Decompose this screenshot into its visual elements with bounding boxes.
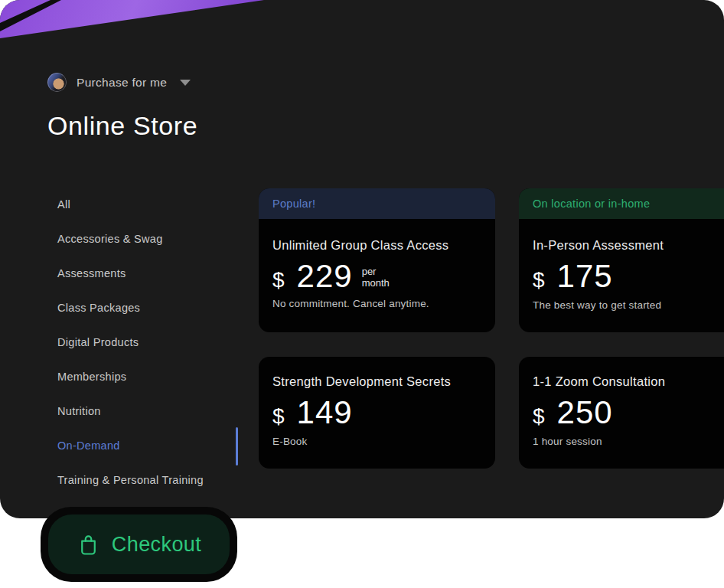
user-avatar: [47, 73, 67, 92]
checkout-button[interactable]: Checkout: [41, 507, 237, 582]
purchase-for-dropdown[interactable]: Purchase for me: [47, 72, 191, 93]
checkout-button-inner[interactable]: Checkout: [48, 514, 230, 574]
currency-symbol: $: [272, 268, 285, 292]
sidebar-item-accessories-swag[interactable]: Accessories & Swag: [57, 233, 233, 267]
product-title: Unlimited Group Class Access: [272, 238, 481, 253]
price-row: $ 229 per month: [272, 260, 481, 292]
sidebar-item-training[interactable]: Training & Personal Training: [57, 474, 233, 508]
sidebar-item-on-demand[interactable]: On-Demand: [57, 439, 233, 474]
sidebar-item-memberships[interactable]: Memberships: [57, 371, 233, 405]
sidebar-item-class-packages[interactable]: Class Packages: [57, 302, 233, 336]
billing-period: per month: [362, 266, 390, 289]
price-row: $ 175: [533, 260, 724, 292]
product-card-in-person-assessment[interactable]: On location or in-home In-Person Assessm…: [519, 188, 724, 332]
product-title: Strength Development Secrets: [272, 374, 481, 389]
product-subtitle: E-Book: [272, 436, 481, 447]
product-title: 1-1 Zoom Consultation: [533, 374, 724, 389]
page-title: Online Store: [47, 111, 197, 141]
product-card-strength-secrets[interactable]: Strength Development Secrets $ 149 E-Boo…: [259, 357, 495, 469]
product-subtitle: The best way to get started: [533, 299, 724, 311]
product-subtitle: No commitment. Cancel anytime.: [272, 298, 481, 309]
online-store-panel: Purchase for me Online Store All Accesso…: [0, 0, 724, 518]
price-row: $ 149: [272, 397, 481, 429]
product-price: 175: [557, 260, 613, 292]
purchase-for-label: Purchase for me: [77, 76, 167, 90]
chevron-down-icon[interactable]: [180, 80, 191, 86]
popular-badge: Popular!: [259, 188, 495, 219]
sidebar-item-digital-products[interactable]: Digital Products: [57, 336, 233, 371]
sidebar-item-nutrition[interactable]: Nutrition: [57, 405, 233, 439]
product-price: 229: [297, 260, 353, 292]
sidebar-item-all[interactable]: All: [57, 198, 233, 233]
product-card-unlimited-group-class[interactable]: Popular! Unlimited Group Class Access $ …: [259, 188, 495, 332]
store-screen: Purchase for me Online Store All Accesso…: [0, 0, 724, 588]
product-price: 149: [297, 397, 353, 429]
currency-symbol: $: [533, 268, 545, 292]
checkout-label: Checkout: [112, 533, 201, 557]
product-price: 250: [557, 397, 613, 429]
shopping-bag-icon: [77, 532, 100, 557]
location-badge: On location or in-home: [519, 188, 724, 219]
product-title: In-Person Assessment: [533, 238, 724, 253]
price-row: $ 250: [533, 397, 724, 429]
currency-symbol: $: [272, 404, 285, 429]
product-subtitle: 1 hour session: [533, 436, 724, 447]
sidebar-item-assessments[interactable]: Assessments: [57, 267, 233, 302]
active-category-indicator: [236, 427, 238, 466]
product-card-zoom-consultation[interactable]: 1-1 Zoom Consultation $ 250 1 hour sessi…: [519, 357, 724, 469]
currency-symbol: $: [533, 404, 545, 429]
category-sidebar: All Accessories & Swag Assessments Class…: [57, 198, 233, 508]
